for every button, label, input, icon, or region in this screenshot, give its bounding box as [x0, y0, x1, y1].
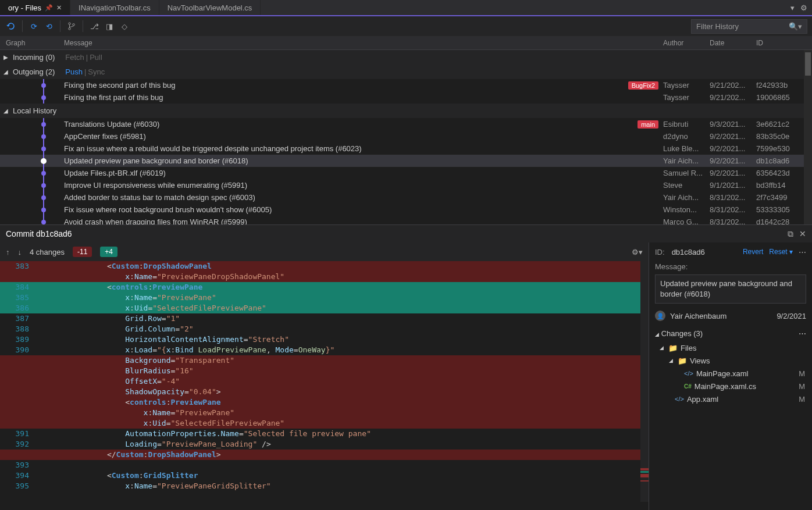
- pull-link[interactable]: Pull: [90, 53, 102, 62]
- code-line[interactable]: 386 x:Uid="SelectedFilePreviewPane": [0, 303, 649, 313]
- commit-row[interactable]: Improve UI responsiveness while enumerat…: [0, 179, 812, 191]
- history-scrollbar[interactable]: [804, 50, 812, 224]
- commit-row[interactable]: Translations Update (#6030) main Esibrut…: [0, 118, 812, 130]
- changes-more-icon[interactable]: ⋯: [799, 329, 806, 338]
- commit-row[interactable]: Fix an issue where a rebuild would be tr…: [0, 142, 812, 155]
- tab[interactable]: ory - Files📌✕: [0, 0, 70, 15]
- code-line[interactable]: OffsetX="-4": [0, 376, 649, 387]
- tree-folder-root[interactable]: ◢ 📁 Files: [651, 341, 810, 354]
- local-history-section[interactable]: ◢ Local History: [0, 104, 812, 118]
- commit-row[interactable]: AppCenter fixes (#5981) d2dyno 9/2/2021.…: [0, 130, 812, 142]
- commit-message: Updated preview pane background and bord…: [64, 156, 663, 165]
- scrollbar-thumb[interactable]: [805, 52, 811, 76]
- tree-file[interactable]: </>MainPage.xamlM: [651, 367, 810, 380]
- fetch-icon[interactable]: ⟳: [27, 20, 40, 33]
- pin-icon[interactable]: 📌: [45, 4, 53, 12]
- code-line[interactable]: 393: [0, 460, 649, 470]
- close-icon[interactable]: ✕: [799, 229, 806, 239]
- line-number: 386: [0, 303, 35, 313]
- code-line[interactable]: 391 AutomationProperties.Name="Selected …: [0, 429, 649, 439]
- commit-author: Yair Aich...: [663, 156, 710, 165]
- incoming-section[interactable]: ▶ Incoming (0) Fetch|Pull: [0, 50, 812, 65]
- more-icon[interactable]: ⋯: [799, 248, 806, 256]
- tag-mode-icon[interactable]: ◇: [118, 20, 131, 33]
- tree-file[interactable]: </>App.xamlM: [651, 393, 810, 405]
- commit-row[interactable]: Avoid crash when dragging files from Win…: [0, 216, 812, 224]
- search-icon[interactable]: 🔍▾: [789, 22, 802, 31]
- tree-folder-views[interactable]: ◢ 📁 Views: [651, 354, 810, 367]
- code-line[interactable]: </Custom:DropShadowPanel>: [0, 450, 649, 460]
- code-line[interactable]: 395 x:Name="PreviewPaneGridSplitter": [0, 481, 649, 491]
- changes-header[interactable]: ◢ Changes (3) ⋯: [649, 326, 812, 341]
- code-line[interactable]: 390 x:Load="{x:Bind LoadPreviewPane, Mod…: [0, 345, 649, 355]
- code-line[interactable]: 389 HorizontalContentAlignment="Stretch": [0, 334, 649, 345]
- local-history-label: Local History: [13, 106, 56, 115]
- tab[interactable]: INavigationToolbar.cs: [70, 0, 159, 15]
- minimap[interactable]: [640, 261, 649, 502]
- code-line[interactable]: ShadowOpacity="0.04">: [0, 387, 649, 397]
- col-id[interactable]: ID: [756, 39, 803, 47]
- commit-row[interactable]: Fixing the first part of this bug Taysse…: [0, 91, 812, 104]
- code-content: OffsetX="-4": [35, 376, 649, 387]
- graph-mode-icon[interactable]: ⎇: [88, 20, 101, 33]
- code-line[interactable]: 387 Grid.Row="1": [0, 313, 649, 324]
- col-date[interactable]: Date: [710, 39, 756, 47]
- col-message[interactable]: Message: [64, 39, 663, 47]
- tab[interactable]: NavToolbarViewModel.cs: [159, 0, 261, 15]
- col-author[interactable]: Author: [663, 39, 710, 47]
- file-status: M: [799, 395, 810, 404]
- pull-icon[interactable]: ⟲: [42, 20, 55, 33]
- code-line[interactable]: 383 <Custom:DropShadowPanel: [0, 261, 649, 272]
- next-change-icon[interactable]: ↓: [18, 248, 22, 256]
- code-content: x:Uid="SelectedFilePreviewPane": [35, 418, 649, 429]
- commit-id: bd3ffb14: [756, 181, 803, 190]
- code-line[interactable]: 394 <Custom:GridSplitter: [0, 470, 649, 481]
- commit-row[interactable]: Fixing the second part of this bug BugFi…: [0, 79, 812, 91]
- branch-tag[interactable]: main: [638, 120, 658, 129]
- commit-row[interactable]: Fix issue where root background brush wo…: [0, 204, 812, 216]
- commit-row[interactable]: Updated preview pane background and bord…: [0, 155, 812, 167]
- refresh-icon[interactable]: [5, 20, 17, 33]
- col-graph[interactable]: Graph: [0, 39, 64, 47]
- filter-mode-icon[interactable]: ◨: [103, 20, 116, 33]
- push-link[interactable]: Push: [65, 67, 83, 76]
- id-value: db1c8ad6: [672, 248, 705, 256]
- line-number: 392: [0, 439, 35, 450]
- close-icon[interactable]: ✕: [56, 4, 62, 12]
- code-line[interactable]: 385 x:Name="PreviewPane": [0, 293, 649, 303]
- gear-icon[interactable]: ⚙: [800, 3, 807, 12]
- outgoing-section[interactable]: ◢ Outgoing (2) Push|Sync: [0, 65, 812, 79]
- code-line[interactable]: x:Uid="SelectedFilePreviewPane": [0, 418, 649, 429]
- branch-icon[interactable]: [65, 20, 78, 33]
- code-line[interactable]: x:Name="PreviewPane": [0, 408, 649, 418]
- code-line[interactable]: Background="Transparent": [0, 355, 649, 366]
- filter-history-input[interactable]: Filter History 🔍▾: [691, 19, 807, 34]
- commit-header: Commit db1c8ad6 ⧉ ✕: [0, 225, 812, 242]
- branch-tag[interactable]: BugFix2: [628, 81, 658, 90]
- fetch-link[interactable]: Fetch: [65, 53, 84, 62]
- commit-id: 6356423d: [756, 169, 803, 177]
- file-name: MainPage.xaml.cs: [695, 382, 756, 391]
- commit-id: 3e6621c2: [756, 120, 803, 129]
- revert-link[interactable]: Revert: [743, 248, 763, 256]
- commit-date: 9/21/202...: [710, 81, 756, 90]
- diff-settings-icon[interactable]: ⚙▾: [632, 248, 643, 256]
- code-view[interactable]: 383 <Custom:DropShadowPanel x:Name="Prev…: [0, 261, 649, 510]
- code-line[interactable]: 392 Loading="PreviewPane_Loading" />: [0, 439, 649, 450]
- tree-file[interactable]: C#MainPage.xaml.csM: [651, 380, 810, 393]
- dropdown-icon[interactable]: ▾: [790, 3, 795, 12]
- commit-message: Fixing the second part of this bug BugFi…: [64, 81, 663, 90]
- code-line[interactable]: <controls:PreviewPane: [0, 397, 649, 408]
- message-box[interactable]: Updated preview pane background and bord…: [655, 274, 806, 304]
- code-line[interactable]: BlurRadius="16": [0, 366, 649, 376]
- line-number: 391: [0, 429, 35, 439]
- prev-change-icon[interactable]: ↑: [6, 248, 10, 256]
- commit-row[interactable]: Update Files.pt-BR.xlf (#6019) Samuel R.…: [0, 167, 812, 179]
- restore-window-icon[interactable]: ⧉: [788, 229, 793, 239]
- commit-row[interactable]: Added border to status bar to match desi…: [0, 191, 812, 204]
- sync-link[interactable]: Sync: [88, 67, 105, 76]
- code-line[interactable]: 388 Grid.Column="2": [0, 324, 649, 334]
- reset-link[interactable]: Reset ▾: [769, 248, 793, 256]
- code-line[interactable]: 384 <controls:PreviewPane: [0, 282, 649, 293]
- code-line[interactable]: x:Name="PreviewPaneDropShadowPanel": [0, 272, 649, 282]
